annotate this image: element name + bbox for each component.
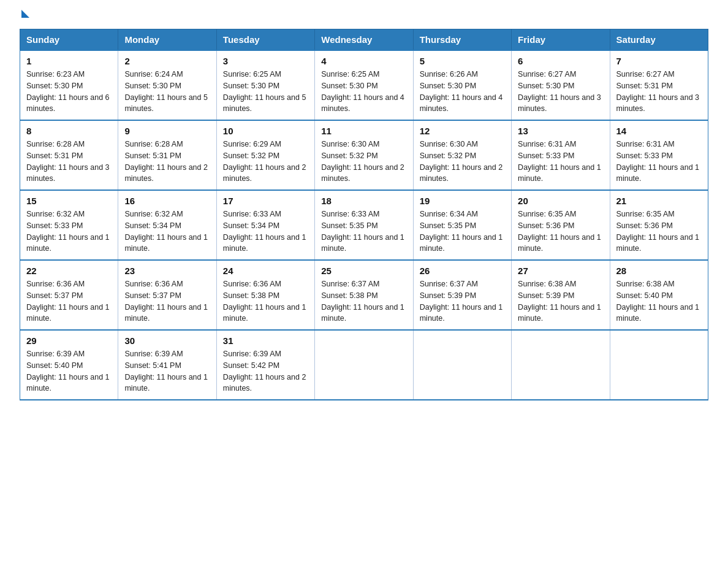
day-number: 18 [321,196,406,206]
day-info: Sunrise: 6:35 AMSunset: 5:36 PMDaylight:… [518,210,601,253]
col-header-monday: Monday [118,29,216,51]
day-info: Sunrise: 6:24 AMSunset: 5:30 PMDaylight:… [124,70,208,113]
calendar-cell: 19 Sunrise: 6:34 AMSunset: 5:35 PMDaylig… [413,190,511,260]
day-info: Sunrise: 6:39 AMSunset: 5:42 PMDaylight:… [223,350,306,393]
calendar-cell: 25 Sunrise: 6:37 AMSunset: 5:38 PMDaylig… [315,260,413,330]
week-row-2: 8 Sunrise: 6:28 AMSunset: 5:31 PMDayligh… [20,120,708,190]
day-number: 4 [321,56,406,66]
day-number: 27 [518,266,603,276]
day-number: 17 [223,196,308,206]
day-number: 15 [26,196,112,206]
calendar-cell: 31 Sunrise: 6:39 AMSunset: 5:42 PMDaylig… [216,330,314,400]
calendar-cell: 2 Sunrise: 6:24 AMSunset: 5:30 PMDayligh… [118,50,216,120]
day-info: Sunrise: 6:33 AMSunset: 5:35 PMDaylight:… [321,210,404,253]
day-info: Sunrise: 6:31 AMSunset: 5:33 PMDaylight:… [616,140,700,183]
calendar-cell: 28 Sunrise: 6:38 AMSunset: 5:40 PMDaylig… [610,260,708,330]
calendar-cell: 22 Sunrise: 6:36 AMSunset: 5:37 PMDaylig… [20,260,118,330]
day-number: 6 [518,56,603,66]
day-number: 2 [124,56,210,66]
calendar-cell: 14 Sunrise: 6:31 AMSunset: 5:33 PMDaylig… [610,120,708,190]
day-number: 20 [518,196,603,206]
day-info: Sunrise: 6:38 AMSunset: 5:39 PMDaylight:… [518,280,601,323]
day-info: Sunrise: 6:39 AMSunset: 5:40 PMDaylight:… [26,350,110,393]
day-info: Sunrise: 6:37 AMSunset: 5:39 PMDaylight:… [420,280,503,323]
calendar-cell: 3 Sunrise: 6:25 AMSunset: 5:30 PMDayligh… [216,50,314,120]
calendar-cell: 6 Sunrise: 6:27 AMSunset: 5:30 PMDayligh… [512,50,610,120]
day-info: Sunrise: 6:25 AMSunset: 5:30 PMDaylight:… [223,70,306,113]
calendar-cell: 18 Sunrise: 6:33 AMSunset: 5:35 PMDaylig… [315,190,413,260]
week-row-5: 29 Sunrise: 6:39 AMSunset: 5:40 PMDaylig… [20,330,708,400]
calendar-cell: 9 Sunrise: 6:28 AMSunset: 5:31 PMDayligh… [118,120,216,190]
calendar-cell: 10 Sunrise: 6:29 AMSunset: 5:32 PMDaylig… [216,120,314,190]
day-info: Sunrise: 6:26 AMSunset: 5:30 PMDaylight:… [420,70,503,113]
day-number: 30 [124,335,210,346]
day-info: Sunrise: 6:36 AMSunset: 5:37 PMDaylight:… [124,280,208,323]
calendar-cell: 12 Sunrise: 6:30 AMSunset: 5:32 PMDaylig… [413,120,511,190]
calendar-cell: 16 Sunrise: 6:32 AMSunset: 5:34 PMDaylig… [118,190,216,260]
day-number: 31 [223,335,308,346]
day-info: Sunrise: 6:30 AMSunset: 5:32 PMDaylight:… [321,140,404,183]
day-info: Sunrise: 6:29 AMSunset: 5:32 PMDaylight:… [223,140,306,183]
day-number: 1 [26,56,112,66]
day-info: Sunrise: 6:32 AMSunset: 5:34 PMDaylight:… [124,210,208,253]
day-number: 28 [616,266,702,276]
day-info: Sunrise: 6:23 AMSunset: 5:30 PMDaylight:… [26,70,110,113]
day-number: 16 [124,196,210,206]
calendar-cell: 30 Sunrise: 6:39 AMSunset: 5:41 PMDaylig… [118,330,216,400]
col-header-thursday: Thursday [413,29,511,51]
col-header-sunday: Sunday [20,29,118,51]
day-number: 24 [223,266,308,276]
week-row-3: 15 Sunrise: 6:32 AMSunset: 5:33 PMDaylig… [20,190,708,260]
calendar-cell: 8 Sunrise: 6:28 AMSunset: 5:31 PMDayligh… [20,120,118,190]
day-number: 13 [518,126,603,136]
calendar-cell: 5 Sunrise: 6:26 AMSunset: 5:30 PMDayligh… [413,50,511,120]
calendar-cell [315,330,413,400]
logo-arrow-icon [21,10,29,18]
week-row-1: 1 Sunrise: 6:23 AMSunset: 5:30 PMDayligh… [20,50,708,120]
calendar-cell: 20 Sunrise: 6:35 AMSunset: 5:36 PMDaylig… [512,190,610,260]
day-info: Sunrise: 6:32 AMSunset: 5:33 PMDaylight:… [26,210,110,253]
calendar-cell: 17 Sunrise: 6:33 AMSunset: 5:34 PMDaylig… [216,190,314,260]
day-number: 7 [616,56,702,66]
day-info: Sunrise: 6:34 AMSunset: 5:35 PMDaylight:… [420,210,503,253]
header [20,15,708,18]
day-number: 8 [26,126,112,136]
calendar-cell: 7 Sunrise: 6:27 AMSunset: 5:31 PMDayligh… [610,50,708,120]
day-info: Sunrise: 6:38 AMSunset: 5:40 PMDaylight:… [616,280,700,323]
day-number: 19 [420,196,505,206]
day-number: 14 [616,126,702,136]
logo [20,15,29,18]
col-header-saturday: Saturday [610,29,708,51]
day-number: 11 [321,126,406,136]
calendar-cell: 13 Sunrise: 6:31 AMSunset: 5:33 PMDaylig… [512,120,610,190]
day-number: 23 [124,266,210,276]
day-number: 22 [26,266,112,276]
calendar-cell [512,330,610,400]
day-info: Sunrise: 6:25 AMSunset: 5:30 PMDaylight:… [321,70,404,113]
calendar-table: SundayMondayTuesdayWednesdayThursdayFrid… [20,29,708,400]
calendar-cell: 15 Sunrise: 6:32 AMSunset: 5:33 PMDaylig… [20,190,118,260]
day-info: Sunrise: 6:27 AMSunset: 5:30 PMDaylight:… [518,70,601,113]
day-info: Sunrise: 6:37 AMSunset: 5:38 PMDaylight:… [321,280,404,323]
calendar-cell: 23 Sunrise: 6:36 AMSunset: 5:37 PMDaylig… [118,260,216,330]
day-number: 3 [223,56,308,66]
calendar-cell [413,330,511,400]
day-number: 9 [124,126,210,136]
day-number: 21 [616,196,702,206]
day-number: 25 [321,266,406,276]
day-number: 26 [420,266,505,276]
day-info: Sunrise: 6:31 AMSunset: 5:33 PMDaylight:… [518,140,601,183]
calendar-cell: 21 Sunrise: 6:35 AMSunset: 5:36 PMDaylig… [610,190,708,260]
col-header-friday: Friday [512,29,610,51]
day-info: Sunrise: 6:27 AMSunset: 5:31 PMDaylight:… [616,70,700,113]
day-info: Sunrise: 6:36 AMSunset: 5:37 PMDaylight:… [26,280,110,323]
calendar-cell: 29 Sunrise: 6:39 AMSunset: 5:40 PMDaylig… [20,330,118,400]
week-row-4: 22 Sunrise: 6:36 AMSunset: 5:37 PMDaylig… [20,260,708,330]
calendar-cell: 26 Sunrise: 6:37 AMSunset: 5:39 PMDaylig… [413,260,511,330]
day-number: 12 [420,126,505,136]
calendar-cell: 1 Sunrise: 6:23 AMSunset: 5:30 PMDayligh… [20,50,118,120]
day-number: 29 [26,335,112,346]
calendar-header-row: SundayMondayTuesdayWednesdayThursdayFrid… [20,29,708,51]
day-number: 5 [420,56,505,66]
day-number: 10 [223,126,308,136]
